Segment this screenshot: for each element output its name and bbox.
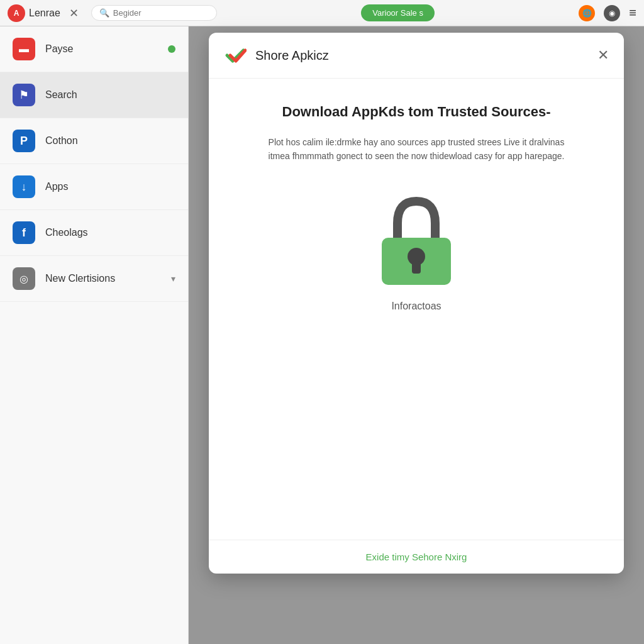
lock-illustration: Inforactoas xyxy=(375,195,457,521)
payse-label: Payse xyxy=(45,43,158,55)
browser-icon-1[interactable]: 🌐 xyxy=(579,5,595,21)
chevron-down-icon: ▾ xyxy=(171,274,175,284)
modal-title: Shore Apkicz xyxy=(255,48,589,63)
app-logo: A Lenrae xyxy=(8,4,60,22)
logo-icon: A xyxy=(8,4,25,22)
lock-icon xyxy=(375,195,457,289)
top-bar-center: Varioor Sale s xyxy=(223,4,573,21)
app-title: Lenrae xyxy=(29,8,60,19)
main-layout: ▬ Payse ⚑ Search P Cothon ↓ Apps f Cheol… xyxy=(0,26,644,644)
search-icon: 🔍 xyxy=(99,8,109,18)
sidebar-item-payse[interactable]: ▬ Payse xyxy=(0,26,188,72)
modal-footer: Exide timy Sehore Nxirg xyxy=(209,540,624,574)
search-nav-icon: ⚑ xyxy=(13,84,35,106)
sidebar-item-cheolags[interactable]: f Cheolags xyxy=(0,210,188,256)
new-clertisions-label: New Clertisions xyxy=(45,273,161,284)
modal-body: Download AppKds tom Trusted Sources- Plo… xyxy=(209,79,624,540)
sidebar-item-cothon[interactable]: P Cothon xyxy=(0,118,188,164)
sidebar: ▬ Payse ⚑ Search P Cothon ↓ Apps f Cheol… xyxy=(0,26,189,644)
apps-icon: ↓ xyxy=(13,175,35,198)
sidebar-item-search[interactable]: ⚑ Search xyxy=(0,72,188,118)
payse-icon: ▬ xyxy=(13,38,35,60)
browser-icon-2[interactable]: ◉ xyxy=(604,5,620,21)
cheolags-label: Cheolags xyxy=(45,227,175,238)
top-bar: A Lenrae ✕ 🔍 Varioor Sale s 🌐 ◉ ≡ xyxy=(0,0,644,26)
search-label: Search xyxy=(45,89,175,101)
menu-icon[interactable]: ≡ xyxy=(629,6,636,20)
modal-heading: Download AppKds tom Trusted Sources- xyxy=(282,104,551,120)
svg-rect-2 xyxy=(412,261,421,274)
cothon-icon: P xyxy=(13,130,35,152)
sidebar-item-apps[interactable]: ↓ Apps xyxy=(0,164,188,210)
modal-description: Plot hos calim ile:drmke hay ano sources… xyxy=(259,135,574,164)
modal-logo-icon xyxy=(224,44,247,67)
apps-label: Apps xyxy=(45,181,175,192)
search-input[interactable] xyxy=(113,8,209,18)
modal-overlay: Shore Apkicz ✕ Download AppKds tom Trust… xyxy=(189,26,644,644)
sidebar-item-new-clertisions[interactable]: ◎ New Clertisions ▾ xyxy=(0,256,188,302)
app-close-button[interactable]: ✕ xyxy=(69,6,79,20)
sale-button[interactable]: Varioor Sale s xyxy=(361,4,435,21)
modal-header: Shore Apkicz ✕ xyxy=(209,33,624,79)
payse-badge xyxy=(168,45,175,53)
top-bar-right: 🌐 ◉ ≡ xyxy=(579,5,636,21)
top-search-bar[interactable]: 🔍 xyxy=(91,5,217,21)
footer-link[interactable]: Exide timy Sehore Nxirg xyxy=(366,552,467,562)
content-area: Shore Apkicz ✕ Download AppKds tom Trust… xyxy=(189,26,644,644)
modal-close-button[interactable]: ✕ xyxy=(597,48,609,62)
cothon-label: Cothon xyxy=(45,135,175,147)
new-clertisions-icon: ◎ xyxy=(13,267,35,290)
lock-label: Inforactoas xyxy=(391,301,441,312)
modal-dialog: Shore Apkicz ✕ Download AppKds tom Trust… xyxy=(209,33,624,574)
cheolags-icon: f xyxy=(13,221,35,244)
